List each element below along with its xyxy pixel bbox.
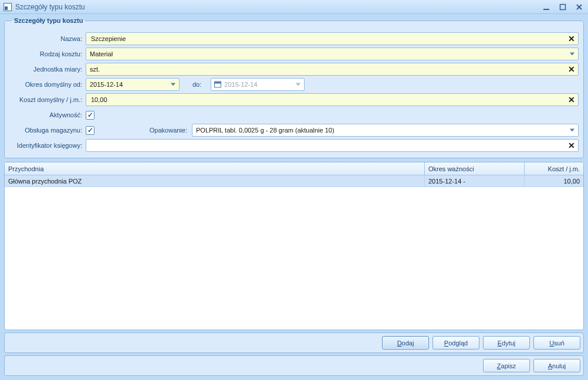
period-to-date[interactable]: 2015-12-14 bbox=[211, 78, 305, 91]
group-legend: Szczegóły typu kosztu bbox=[12, 17, 85, 24]
clear-icon[interactable]: ✕ bbox=[567, 35, 576, 43]
clear-icon[interactable]: ✕ bbox=[567, 96, 576, 104]
window: Szczegóły typu kosztu Szczegóły typu kos… bbox=[0, 0, 588, 380]
app-icon bbox=[4, 3, 12, 11]
calendar-icon bbox=[214, 82, 221, 88]
titlebar: Szczegóły typu kosztu bbox=[0, 0, 588, 14]
accounting-id-label: Identyfikator księgowy: bbox=[9, 142, 86, 149]
chevron-down-icon bbox=[171, 83, 175, 86]
period-from-value: 2015-12-14 bbox=[90, 79, 123, 90]
details-group: Szczegóły typu kosztu Nazwa: ✕ Rodzaj ko… bbox=[4, 17, 584, 158]
window-controls bbox=[541, 3, 584, 11]
delete-button[interactable]: Usuń bbox=[533, 336, 580, 350]
edit-button[interactable]: Edytuj bbox=[483, 336, 530, 350]
name-input[interactable]: ✕ bbox=[86, 32, 579, 45]
cost-type-value: Materiał bbox=[90, 48, 113, 60]
default-cost-input[interactable]: ✕ bbox=[86, 93, 579, 106]
cell-cost: 10,00 bbox=[525, 175, 583, 186]
close-button[interactable] bbox=[574, 3, 584, 11]
unit-label: Jednostka miary: bbox=[9, 66, 86, 73]
form-button-bar: Zapisz Anuluj bbox=[4, 355, 584, 376]
active-checkbox[interactable] bbox=[86, 111, 94, 120]
grid-header-validity[interactable]: Okres ważności bbox=[425, 162, 525, 175]
preview-button[interactable]: Podgląd bbox=[432, 336, 479, 350]
cell-validity: 2015-12-14 - bbox=[425, 175, 525, 186]
grid-body: Główna przychodnia POZ 2015-12-14 - 10,0… bbox=[5, 175, 583, 330]
period-to-label: do: bbox=[184, 81, 206, 88]
default-cost-field[interactable] bbox=[90, 93, 575, 106]
cell-clinic: Główna przychodnia POZ bbox=[5, 175, 425, 186]
table-row[interactable]: Główna przychodnia POZ 2015-12-14 - 10,0… bbox=[5, 175, 583, 187]
chevron-down-icon bbox=[570, 53, 575, 56]
period-from-date[interactable]: 2015-12-14 bbox=[86, 78, 180, 91]
warehouse-checkbox[interactable] bbox=[86, 126, 94, 135]
accounting-id-field[interactable] bbox=[90, 139, 575, 152]
chevron-down-icon bbox=[296, 83, 300, 86]
chevron-down-icon bbox=[570, 129, 575, 132]
active-label: Aktywność: bbox=[9, 111, 86, 118]
grid-panel: Przychodnia Okres ważności Koszt / j.m. … bbox=[4, 162, 584, 330]
minimize-button[interactable] bbox=[541, 3, 552, 11]
content-area: Szczegóły typu kosztu Nazwa: ✕ Rodzaj ko… bbox=[0, 14, 588, 380]
clear-icon[interactable]: ✕ bbox=[567, 141, 576, 150]
clear-icon[interactable]: ✕ bbox=[567, 65, 576, 73]
grid-header: Przychodnia Okres ważności Koszt / j.m. bbox=[5, 162, 583, 175]
package-combo[interactable]: POLPRIL tabl. 0,0025 g - 28 gram (aktual… bbox=[192, 124, 579, 137]
cost-type-combo[interactable]: Materiał bbox=[86, 48, 579, 60]
package-label: Opakowanie: bbox=[99, 127, 187, 134]
cancel-button[interactable]: Anuluj bbox=[533, 359, 580, 372]
default-cost-label: Koszt domyślny / j.m.: bbox=[9, 96, 86, 103]
grid-header-clinic[interactable]: Przychodnia bbox=[5, 162, 425, 175]
save-button[interactable]: Zapisz bbox=[483, 359, 530, 372]
accounting-id-input[interactable]: ✕ bbox=[86, 139, 579, 152]
name-input-field[interactable] bbox=[90, 32, 575, 45]
name-label: Nazwa: bbox=[9, 35, 86, 42]
period-from-label: Okres domyślny od: bbox=[9, 81, 86, 88]
unit-combo[interactable]: szt. ✕ bbox=[86, 63, 579, 76]
window-title: Szczegóły typu kosztu bbox=[15, 3, 541, 11]
period-to-placeholder: 2015-12-14 bbox=[224, 79, 257, 90]
grid-header-cost[interactable]: Koszt / j.m. bbox=[525, 162, 583, 175]
unit-value: szt. bbox=[90, 63, 100, 75]
warehouse-label: Obsługa magazynu: bbox=[9, 127, 86, 134]
svg-rect-1 bbox=[560, 4, 566, 9]
cost-type-label: Rodzaj kosztu: bbox=[9, 50, 86, 57]
package-value: POLPRIL tabl. 0,0025 g - 28 gram (aktual… bbox=[196, 124, 334, 136]
grid-button-bar: Dodaj Podgląd Edytuj Usuń bbox=[4, 333, 584, 353]
add-button[interactable]: Dodaj bbox=[382, 336, 429, 350]
maximize-button[interactable] bbox=[557, 3, 568, 11]
